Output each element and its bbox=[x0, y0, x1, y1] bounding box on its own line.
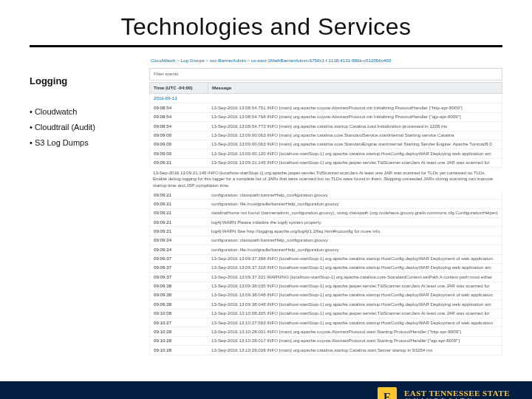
cell-message: log4j:WARN See http://logging.apache.org… bbox=[208, 227, 502, 235]
cell-time: 09:09:24 bbox=[150, 245, 208, 253]
cell-message: 13-Sep-2016 13:10:08.305 INFO [localhost… bbox=[208, 310, 502, 318]
cell-time: 09:08:54 bbox=[150, 103, 208, 112]
date-row[interactable]: 2016-09-13 bbox=[150, 94, 502, 103]
cloudwatch-panel: CloudWatch > Log Groups > ssc-BannerAdmi… bbox=[149, 55, 502, 355]
cell-message: 13-Sep-2016 13:09:21.145 INFO [localhost… bbox=[208, 159, 502, 167]
cell-message: configuration: file:/root/gradle/bannerH… bbox=[208, 245, 502, 253]
filter-input[interactable]: Filter events bbox=[149, 68, 502, 80]
table-row[interactable]: 09:09:21log4j:WARN See http://logging.ap… bbox=[150, 227, 502, 236]
title-divider bbox=[30, 45, 502, 47]
cell-message: 13-Sep-2016 13:09:38.035 INFO [localhost… bbox=[208, 282, 502, 290]
cell-message: 13-Sep-2016 13:10:28.017 INFO [main] org… bbox=[208, 337, 502, 345]
cell-message: catalinaHome not found (banneradmin_conf… bbox=[208, 209, 502, 217]
list-item: S3 Log Dumps bbox=[30, 135, 140, 151]
cell-time: 09:09:00 bbox=[150, 140, 208, 149]
bullet-list: Cloudwatch Cloudtrail (Audit) S3 Log Dum… bbox=[30, 104, 140, 151]
table-row[interactable]: 09:09:3813-Sep-2016 13:09:38.048 INFO [l… bbox=[150, 291, 502, 300]
crumb[interactable]: CloudWatch bbox=[151, 58, 175, 63]
cell-time: 09:10:28 bbox=[150, 327, 208, 335]
cell-message: 13-Sep-2016 13:09:38.048 INFO [localhost… bbox=[208, 291, 502, 299]
cell-message: 13-Sep-2016 13:10:28.028 INFO [main] org… bbox=[208, 346, 502, 354]
cell-message: log4j:WARN Please initialize the log4j s… bbox=[208, 218, 502, 226]
cell-time: 09:09:24 bbox=[150, 236, 208, 245]
cell-message: configuration: classpath:bannerHelp_conf… bbox=[208, 236, 502, 245]
university-name: EAST TENNESSEE STATE UNIVERSITY bbox=[404, 389, 510, 400]
list-item: Cloudwatch bbox=[30, 104, 140, 120]
cell-message: 13-Sep-2016 13:10:28.001 INFO [main] org… bbox=[208, 327, 502, 335]
table-row[interactable]: 09:09:21catalinaHome not found (bannerad… bbox=[150, 209, 502, 218]
crumb[interactable]: ssc-BannerAdmin bbox=[210, 58, 246, 63]
crumb[interactable]: us-east-1MathBannerAdmin:6750c1:f-1118-4… bbox=[251, 58, 391, 63]
cell-time: 09:09:38 bbox=[150, 300, 208, 308]
cell-time: 09:10:27 bbox=[150, 318, 208, 327]
table-row[interactable]: 09:10:2813-Sep-2016 13:10:28.028 INFO [m… bbox=[150, 346, 502, 355]
table-header: Time (UTC -04:00) Message bbox=[149, 82, 502, 94]
table-row[interactable]: 09:09:3713-Sep-2016 13:09:37.331 WARNING… bbox=[150, 273, 502, 282]
table-row[interactable]: 09:10:0813-Sep-2016 13:10:08.305 INFO [l… bbox=[150, 310, 502, 318]
cell-time: 09:09:21 bbox=[150, 227, 208, 235]
log-grid: 09:09:21configuration: classpath:bannerH… bbox=[149, 191, 502, 355]
cell-time: 09:09:00 bbox=[150, 149, 208, 157]
footer-bar: E EAST TENNESSEE STATE UNIVERSITY bbox=[0, 381, 532, 399]
cell-message: 13-Sep-2016 13:09:37.388 INFO [localhost… bbox=[208, 255, 502, 263]
cell-message: configuration: classpath:bannerHelp_conf… bbox=[208, 191, 502, 199]
cell-message: 13-Sep-2016 13:08:54.773 INFO [main] org… bbox=[208, 122, 502, 130]
table-row[interactable]: 09:09:21log4j:WARN Please initialize the… bbox=[150, 218, 502, 227]
col-time: Time (UTC -04:00) bbox=[150, 83, 208, 93]
cell-message: 13-Sep-2016 13:09:37.318 INFO [localhost… bbox=[208, 264, 502, 272]
table-row[interactable]: 09:09:0013-Sep-2016 13:09:00.120 INFO [l… bbox=[150, 149, 502, 158]
table-row[interactable]: 09:09:21configuration: file:/root/gradle… bbox=[150, 200, 502, 208]
cell-message: 13-Sep-2016 13:09:00.063 INFO [main] org… bbox=[208, 140, 502, 149]
cell-message: 13-Sep-2016 13:09:38.048 INFO [localhost… bbox=[208, 300, 502, 308]
expanded-log: 13-Sep-2016 13:09:21.145 INFO [localhost… bbox=[149, 168, 502, 191]
table-row[interactable]: 09:09:21configuration: classpath:bannerH… bbox=[150, 191, 502, 200]
table-row[interactable]: 09:10:2813-Sep-2016 13:10:28.017 INFO [m… bbox=[150, 337, 502, 346]
cell-time: 09:09:21 bbox=[150, 218, 208, 226]
table-row[interactable]: 09:09:2113-Sep-2016 13:09:21.145 INFO [l… bbox=[150, 159, 502, 168]
table-row[interactable]: 09:09:3713-Sep-2016 13:09:37.388 INFO [l… bbox=[150, 255, 502, 264]
breadcrumb: CloudWatch > Log Groups > ssc-BannerAdmi… bbox=[149, 55, 502, 66]
cell-time: 09:09:21 bbox=[150, 159, 208, 167]
table-row[interactable]: 09:09:3713-Sep-2016 13:09:37.318 INFO [l… bbox=[150, 264, 502, 273]
cell-time: 09:09:37 bbox=[150, 255, 208, 263]
cell-message: 13-Sep-2016 13:08:54.768 INFO [main] org… bbox=[208, 113, 502, 121]
table-row[interactable]: 09:09:24configuration: classpath:bannerH… bbox=[150, 236, 502, 245]
cell-time: 09:09:21 bbox=[150, 209, 208, 217]
col-message: Message bbox=[208, 83, 502, 93]
table-row[interactable]: 09:09:3813-Sep-2016 13:09:38.035 INFO [l… bbox=[150, 282, 502, 291]
table-row[interactable]: 09:10:2713-Sep-2016 13:10:27.593 INFO [l… bbox=[150, 318, 502, 327]
table-row[interactable]: 09:08:5413-Sep-2016 13:08:54.768 INFO [m… bbox=[150, 113, 502, 122]
cell-message: 13-Sep-2016 13:09:00.063 INFO [main] org… bbox=[208, 132, 502, 140]
left-column: Logging Cloudwatch Cloudtrail (Audit) S3… bbox=[30, 55, 140, 355]
cell-message: 13-Sep-2016 13:10:27.593 INFO [localhost… bbox=[208, 318, 502, 327]
cell-message: 13-Sep-2016 13:09:37.331 WARNING [localh… bbox=[208, 273, 502, 281]
cell-time: 09:08:54 bbox=[150, 113, 208, 121]
table-row[interactable]: 09:08:5413-Sep-2016 13:08:54.773 INFO [m… bbox=[150, 122, 502, 131]
cell-message: 13-Sep-2016 13:09:00.120 INFO [localhost… bbox=[208, 149, 502, 157]
table-row[interactable]: 09:09:24configuration: file:/root/gradle… bbox=[150, 245, 502, 254]
cell-time: 09:09:00 bbox=[150, 132, 208, 140]
table-row[interactable]: 09:08:5413-Sep-2016 13:08:54.751 INFO [m… bbox=[150, 103, 502, 112]
section-heading: Logging bbox=[30, 75, 140, 86]
cell-time: 09:09:37 bbox=[150, 264, 208, 272]
table-row[interactable]: 09:10:2813-Sep-2016 13:10:28.001 INFO [m… bbox=[150, 327, 502, 336]
crumb[interactable]: Log Groups bbox=[181, 58, 205, 63]
table-row[interactable]: 09:09:3813-Sep-2016 13:09:38.048 INFO [l… bbox=[150, 300, 502, 309]
cell-time: 09:10:28 bbox=[150, 346, 208, 354]
slide-title: Technologies and Services bbox=[0, 13, 532, 41]
cell-time: 09:09:38 bbox=[150, 282, 208, 290]
cell-time: 09:09:37 bbox=[150, 273, 208, 281]
cell-time: 09:10:28 bbox=[150, 337, 208, 345]
cell-time: 09:09:38 bbox=[150, 291, 208, 299]
cell-time: 09:09:21 bbox=[150, 191, 208, 199]
list-item: Cloudtrail (Audit) bbox=[30, 120, 140, 135]
cell-time: 09:09:21 bbox=[150, 200, 208, 208]
cell-message: configuration: file:/root/gradle/bannerH… bbox=[208, 200, 502, 208]
log-grid: 2016-09-13 09:08:5413-Sep-2016 13:08:54.… bbox=[149, 94, 502, 168]
cell-time: 09:10:08 bbox=[150, 310, 208, 318]
cell-message: 13-Sep-2016 13:08:54.751 INFO [main] org… bbox=[208, 103, 502, 112]
table-row[interactable]: 09:09:0013-Sep-2016 13:09:00.063 INFO [m… bbox=[150, 132, 502, 140]
table-row[interactable]: 09:09:0013-Sep-2016 13:09:00.063 INFO [m… bbox=[150, 140, 502, 149]
cell-time: 09:08:54 bbox=[150, 122, 208, 130]
university-logo-icon: E bbox=[378, 387, 397, 399]
